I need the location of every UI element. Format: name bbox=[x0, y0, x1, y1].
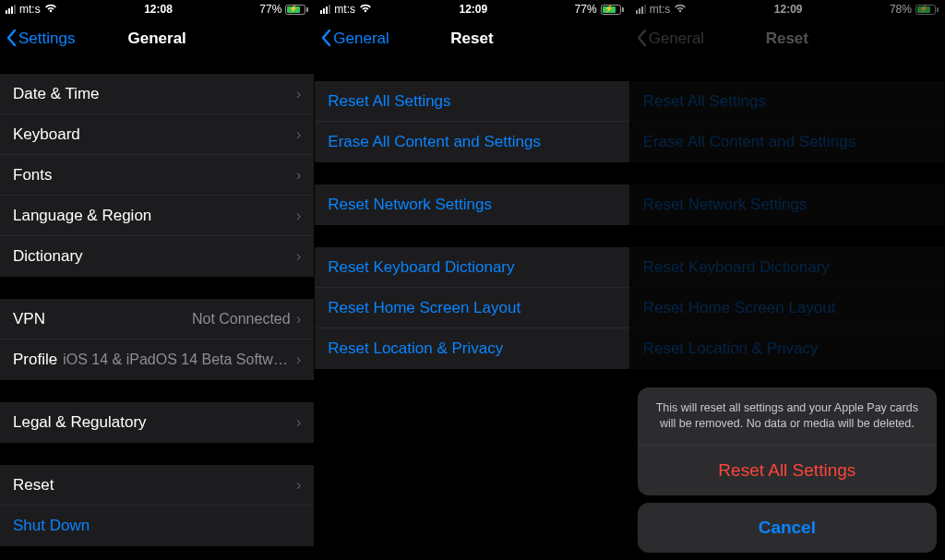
row-date-time[interactable]: Date & Time › bbox=[0, 74, 314, 114]
row-label: Reset Location & Privacy bbox=[328, 340, 616, 358]
row-legal[interactable]: Legal & Regulatory › bbox=[0, 402, 314, 443]
row-dictionary[interactable]: Dictionary › bbox=[0, 236, 314, 277]
chevron-left-icon bbox=[320, 29, 331, 52]
row-label: Reset Network Settings bbox=[328, 196, 616, 214]
status-bar: mt:s 12:09 77% ⚡ bbox=[315, 0, 628, 18]
chevron-right-icon: › bbox=[296, 476, 302, 494]
action-sheet: This will reset all settings and your Ap… bbox=[638, 387, 937, 553]
row-language-region[interactable]: Language & Region › bbox=[0, 196, 314, 236]
chevron-right-icon: › bbox=[296, 207, 302, 225]
battery-pct-label: 77% bbox=[575, 3, 597, 16]
group-general-2: VPN Not Connected › Profile iOS 14 & iPa… bbox=[0, 299, 314, 380]
row-reset-network[interactable]: Reset Network Settings bbox=[315, 185, 628, 225]
group-reset-1: Reset All Settings Erase All Content and… bbox=[315, 81, 628, 162]
wifi-icon bbox=[359, 3, 372, 16]
row-reset-keyboard-dict[interactable]: Reset Keyboard Dictionary bbox=[315, 247, 628, 288]
chevron-right-icon: › bbox=[296, 310, 302, 328]
chevron-right-icon: › bbox=[296, 247, 302, 266]
row-fonts[interactable]: Fonts › bbox=[0, 155, 314, 196]
nav-bar: General Reset bbox=[315, 18, 628, 59]
row-reset[interactable]: Reset › bbox=[0, 465, 314, 506]
cancel-button[interactable]: Cancel bbox=[638, 503, 937, 553]
chevron-right-icon: › bbox=[296, 413, 302, 432]
wifi-icon bbox=[44, 3, 57, 16]
back-label: Settings bbox=[18, 30, 75, 48]
chevron-right-icon: › bbox=[296, 125, 302, 144]
signal-icon bbox=[6, 5, 16, 14]
row-value: Not Connected bbox=[192, 311, 291, 328]
chevron-left-icon bbox=[6, 29, 17, 52]
row-label: Dictionary bbox=[13, 247, 296, 266]
status-bar: mt:s 12:08 77% ⚡ bbox=[0, 0, 314, 18]
row-label: Reset Home Screen Layout bbox=[328, 299, 616, 317]
row-vpn[interactable]: VPN Not Connected › bbox=[0, 299, 314, 340]
row-profile[interactable]: Profile iOS 14 & iPadOS 14 Beta Softwar.… bbox=[0, 340, 314, 380]
clock-label: 12:08 bbox=[144, 3, 173, 16]
back-button[interactable]: Settings bbox=[6, 18, 75, 59]
signal-icon bbox=[320, 5, 330, 14]
row-label: Shut Down bbox=[13, 517, 301, 535]
row-label: Fonts bbox=[13, 166, 296, 185]
group-general-1: Date & Time › Keyboard › Fonts › Languag… bbox=[0, 74, 314, 277]
back-button[interactable]: General bbox=[320, 18, 389, 59]
clock-label: 12:09 bbox=[459, 3, 487, 16]
action-sheet-message: This will reset all settings and your Ap… bbox=[638, 387, 937, 446]
panel-reset-confirm: mt:s 12:09 78% ⚡ General Reset Reset All… bbox=[630, 0, 945, 560]
row-label: Profile bbox=[13, 351, 57, 369]
row-label: VPN bbox=[13, 310, 192, 328]
row-keyboard[interactable]: Keyboard › bbox=[0, 114, 314, 155]
action-sheet-card: This will reset all settings and your Ap… bbox=[638, 387, 937, 495]
chevron-right-icon: › bbox=[296, 351, 302, 369]
row-label: Reset bbox=[13, 476, 296, 494]
reset-all-settings-button[interactable]: Reset All Settings bbox=[638, 446, 937, 495]
row-reset-location-privacy[interactable]: Reset Location & Privacy bbox=[315, 328, 628, 369]
group-general-3: Legal & Regulatory › bbox=[0, 402, 314, 443]
chevron-right-icon: › bbox=[296, 85, 302, 103]
nav-bar: Settings General bbox=[0, 18, 314, 59]
row-label: Date & Time bbox=[13, 85, 296, 103]
row-label: Keyboard bbox=[13, 125, 296, 144]
battery-icon: ⚡ bbox=[601, 5, 624, 15]
carrier-label: mt:s bbox=[19, 3, 41, 16]
row-value: iOS 14 & iPadOS 14 Beta Softwar... bbox=[63, 351, 290, 368]
row-shut-down[interactable]: Shut Down bbox=[0, 506, 314, 546]
row-reset-all-settings[interactable]: Reset All Settings bbox=[315, 81, 628, 122]
battery-pct-label: 77% bbox=[259, 3, 281, 16]
row-reset-home-layout[interactable]: Reset Home Screen Layout bbox=[315, 288, 628, 328]
row-label: Erase All Content and Settings bbox=[328, 133, 616, 151]
group-reset-2: Reset Network Settings bbox=[315, 185, 628, 225]
chevron-right-icon: › bbox=[296, 166, 302, 185]
panel-general: mt:s 12:08 77% ⚡ Settings General Date &… bbox=[0, 0, 315, 560]
row-label: Reset Keyboard Dictionary bbox=[328, 258, 616, 277]
battery-icon: ⚡ bbox=[285, 5, 308, 15]
row-erase-all[interactable]: Erase All Content and Settings bbox=[315, 122, 628, 162]
back-label: General bbox=[333, 30, 389, 48]
row-label: Reset All Settings bbox=[328, 92, 616, 111]
group-general-4: Reset › Shut Down bbox=[0, 465, 314, 546]
carrier-label: mt:s bbox=[334, 3, 355, 16]
row-label: Language & Region bbox=[13, 207, 296, 225]
group-reset-3: Reset Keyboard Dictionary Reset Home Scr… bbox=[315, 247, 628, 369]
panel-reset: mt:s 12:09 77% ⚡ General Reset Reset All… bbox=[315, 0, 629, 560]
row-label: Legal & Regulatory bbox=[13, 413, 296, 432]
